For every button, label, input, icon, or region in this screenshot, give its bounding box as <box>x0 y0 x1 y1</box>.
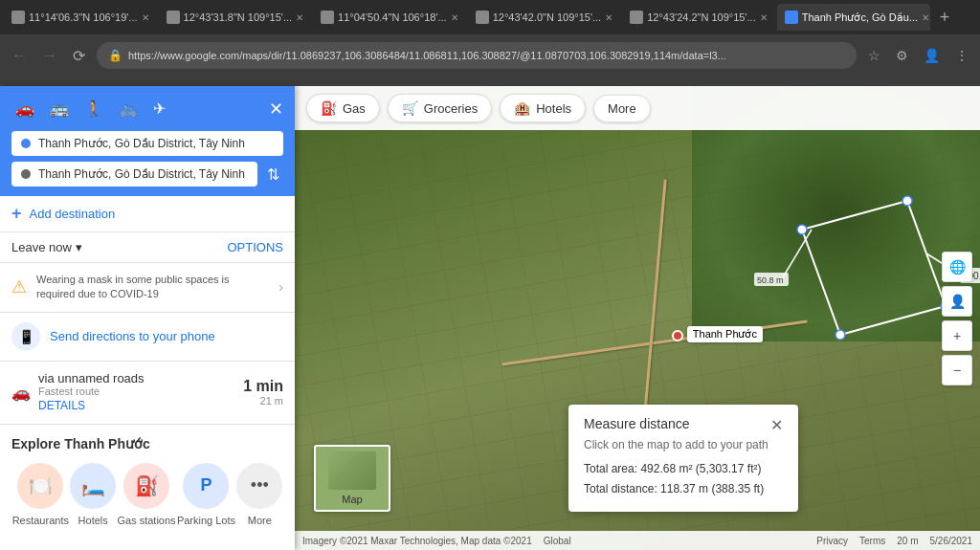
close-directions-button[interactable]: ✕ <box>269 99 283 120</box>
warning-icon: ⚠ <box>11 276 27 297</box>
map-filter-bar: ⛽ Gas 🛒 Groceries 🏨 Hotels More <box>295 86 980 130</box>
tab-1[interactable]: 11°14'06.3"N 106°19'... ✕ <box>4 4 157 31</box>
tab-label-3: 11°04'50.4"N 106°18'... <box>338 11 447 23</box>
tab-close-1[interactable]: ✕ <box>142 12 149 23</box>
privacy-link[interactable]: Privacy <box>816 536 848 546</box>
zoom-in-icon: + <box>953 328 961 343</box>
add-destination-row[interactable]: + Add destination <box>0 196 295 232</box>
restaurants-icon-circle: 🍽️ <box>17 463 63 509</box>
gas-filter-label: Gas <box>343 101 366 116</box>
tab-close-5[interactable]: ✕ <box>760 12 768 23</box>
bike-icon[interactable]: 🚲 <box>115 96 142 121</box>
terms-link[interactable]: Terms <box>859 536 885 546</box>
measure-data: Total area: 492.68 m² (5,303.17 ft²) Tot… <box>584 459 783 500</box>
origin-input-row[interactable]: Thanh Phước, Gò Dầu District, Tây Ninh <box>11 131 283 156</box>
tab-6-active[interactable]: Thanh Phước, Gò Dầu... ✕ <box>777 4 930 31</box>
measure-distance-panel: Measure distance ✕ Click on the map to a… <box>568 405 798 512</box>
zoom-in-button[interactable]: + <box>942 320 972 351</box>
options-button[interactable]: OPTIONS <box>227 240 283 254</box>
zoom-out-button[interactable]: − <box>942 355 972 385</box>
tab-5[interactable]: 12°43'24.2"N 109°15'... ✕ <box>622 4 775 31</box>
more-filter-label: More <box>608 101 636 116</box>
pegman-button[interactable]: 👤 <box>942 286 972 317</box>
reload-button[interactable]: ⟳ <box>69 43 89 69</box>
explore-gas[interactable]: ⛽ Gas stations <box>117 463 175 526</box>
total-distance-value: 118.37 m (388.35 ft) <box>660 482 764 495</box>
map-area[interactable]: 100.00 m 50.8 m ⛽ Gas 🛒 Groceries 🏨 Hote… <box>295 86 980 550</box>
gas-label: Gas stations <box>117 515 175 526</box>
hotels-filter-label: Hotels <box>536 101 571 116</box>
globe-icon: 🌐 <box>949 259 966 275</box>
explore-more[interactable]: ••• More <box>236 463 282 526</box>
gas-filter-chip[interactable]: ⛽ Gas <box>306 94 380 122</box>
tab-favicon-6 <box>785 11 798 24</box>
menu-icon[interactable]: ⋮ <box>951 44 972 67</box>
tab-close-2[interactable]: ✕ <box>296 12 303 23</box>
tab-close-3[interactable]: ✕ <box>451 12 458 23</box>
transport-mode-bar: 🚗 🚌 🚶 🚲 ✈ ✕ <box>11 96 283 121</box>
thumbnail-image <box>328 451 376 490</box>
drive-icon[interactable]: 🚗 <box>11 96 38 121</box>
leave-bar: Leave now ▾ OPTIONS <box>0 232 295 263</box>
tab-2[interactable]: 12°43'31.8"N 109°15'... ✕ <box>159 4 312 31</box>
pin-dot <box>672 330 683 341</box>
transport-icons: 🚗 🚌 🚶 🚲 ✈ <box>11 96 169 121</box>
leave-now-arrow: ▾ <box>76 240 82 254</box>
leave-now-label: Leave now <box>11 240 72 254</box>
address-bar[interactable]: 🔒 https://www.google.com/maps/dir/11.086… <box>97 42 857 69</box>
pin-label: Thanh Phước <box>687 326 763 342</box>
swap-directions-button[interactable]: ⇅ <box>263 165 283 184</box>
date-display: 5/26/2021 <box>930 536 973 546</box>
pegman-icon: 👤 <box>949 294 966 309</box>
hotels-filter-icon: 🏨 <box>514 100 530 116</box>
restaurants-label: Restaurants <box>12 515 69 526</box>
toolbar: ← → ⟳ 🔒 https://www.google.com/maps/dir/… <box>0 34 980 77</box>
tab-4[interactable]: 12°43'42.0"N 109°15'... ✕ <box>468 4 621 31</box>
covid-expand-icon[interactable]: › <box>278 279 283 295</box>
gas-stations-icon: ⛽ <box>135 474 159 497</box>
hotels-filter-chip[interactable]: 🏨 Hotels <box>500 94 586 122</box>
details-button[interactable]: DETAILS <box>38 397 235 414</box>
extensions-icon[interactable]: ⚙ <box>892 44 912 67</box>
origin-dot <box>21 139 31 148</box>
tab-favicon-4 <box>476 11 489 24</box>
groceries-filter-chip[interactable]: 🛒 Groceries <box>388 94 492 122</box>
explore-hotels[interactable]: 🛏️ Hotels <box>70 463 116 526</box>
leave-now-button[interactable]: Leave now ▾ <box>11 240 82 254</box>
destination-dot <box>21 169 31 179</box>
parking-icon: P <box>200 475 212 495</box>
route-text: via unnamed roads Fastest route DETAILS <box>38 371 235 414</box>
map-status-bar: Imagery ©2021 Maxar Technologies, Map da… <box>295 531 980 550</box>
hotels-icon-circle: 🛏️ <box>70 463 116 509</box>
new-tab-button[interactable]: + <box>932 8 958 28</box>
parking-label: Parking Lots <box>177 515 235 526</box>
tab-close-4[interactable]: ✕ <box>605 12 612 23</box>
bookmark-icon[interactable]: ☆ <box>864 44 884 67</box>
measure-close-button[interactable]: ✕ <box>770 416 783 434</box>
measure-title-text: Measure distance <box>584 416 690 434</box>
destination-input-row[interactable]: Thanh Phước, Gò Dầu District, Tây Ninh <box>11 162 257 187</box>
more-transport-icon[interactable]: ✈ <box>149 96 169 121</box>
total-distance-row: Total distance: 118.37 m (388.35 ft) <box>584 479 783 500</box>
explore-parking[interactable]: P Parking Lots <box>177 463 235 526</box>
route-info: 🚗 via unnamed roads Fastest route DETAIL… <box>0 362 295 425</box>
globe-view-button[interactable]: 🌐 <box>942 252 972 282</box>
send-to-phone-link[interactable]: Send directions to your phone <box>50 329 215 343</box>
explore-restaurants[interactable]: 🍽️ Restaurants <box>12 463 69 526</box>
forward-button[interactable]: → <box>38 43 61 68</box>
phone-icon-box: 📱 <box>11 322 40 351</box>
walk-icon[interactable]: 🚶 <box>80 96 107 121</box>
more-filter-chip[interactable]: More <box>593 95 651 122</box>
tab-close-6[interactable]: ✕ <box>922 12 929 23</box>
back-button[interactable]: ← <box>8 43 31 68</box>
map-thumbnail[interactable]: Map <box>314 445 390 512</box>
route-minutes: 1 min <box>243 378 283 395</box>
car-route-icon: 🚗 <box>11 384 31 402</box>
tab-3[interactable]: 11°04'50.4"N 106°18'... ✕ <box>313 4 466 31</box>
tab-label-4: 12°43'42.0"N 109°15'... <box>493 11 602 23</box>
origin-text: Thanh Phước, Gò Dầu District, Tây Ninh <box>38 137 274 150</box>
scale-indicator: 20 m <box>897 536 918 546</box>
explore-icons: 🍽️ Restaurants 🛏️ Hotels ⛽ Gas stations <box>11 463 283 526</box>
transit-icon[interactable]: 🚌 <box>46 96 73 121</box>
profile-icon[interactable]: 👤 <box>920 44 944 67</box>
